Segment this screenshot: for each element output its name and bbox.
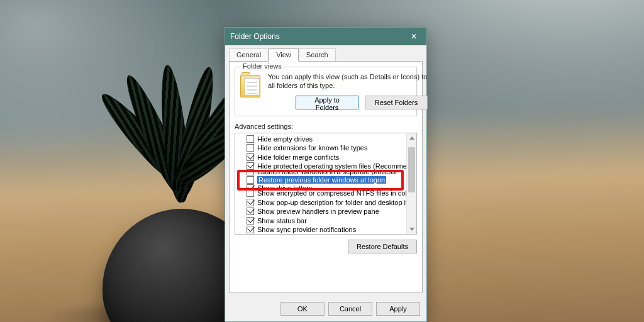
advanced-item-label: Restore previous folder windows at logon <box>257 176 386 184</box>
folder-views-group: Folder views You can apply this view (su… <box>235 67 417 116</box>
dialog-footer: OK Cancel Apply <box>225 296 426 321</box>
close-icon[interactable]: ✕ <box>401 28 426 45</box>
advanced-item-label: Show encrypted or compressed NTFS files … <box>257 189 413 197</box>
checkbox[interactable] <box>247 189 254 197</box>
scrollbar[interactable] <box>406 133 416 234</box>
checkbox[interactable] <box>247 199 254 206</box>
advanced-item[interactable]: Launch folder windows in a separate proc… <box>247 171 414 175</box>
tabstrip: General View Search <box>225 45 426 61</box>
advanced-item-label: Show pop-up description for folder and d… <box>257 199 417 206</box>
apply-button[interactable]: Apply <box>376 302 420 316</box>
advanced-item[interactable]: Restore previous folder windows at logon <box>247 175 414 185</box>
cancel-button[interactable]: Cancel <box>328 302 372 316</box>
checkbox[interactable] <box>247 217 254 225</box>
advanced-item[interactable]: Hide extensions for known file types <box>247 143 414 153</box>
folder-views-legend: Folder views <box>240 62 284 70</box>
checkbox[interactable] <box>247 171 254 175</box>
scroll-thumb[interactable] <box>408 147 415 192</box>
advanced-item-label: Show sync provider notifications <box>257 226 356 233</box>
advanced-item[interactable]: Hide folder merge conflicts <box>247 153 414 162</box>
restore-defaults-button[interactable]: Restore Defaults <box>348 240 417 253</box>
advanced-item[interactable]: Show pop-up description for folder and d… <box>247 198 414 208</box>
tab-view[interactable]: View <box>269 48 299 62</box>
folder-options-dialog: Folder Options ✕ General View Search Fol… <box>225 27 427 322</box>
tab-general[interactable]: General <box>229 48 269 62</box>
checkbox[interactable] <box>247 153 254 161</box>
tab-search[interactable]: Search <box>299 48 336 62</box>
window-title: Folder Options <box>230 32 401 41</box>
advanced-item-label: Hide folder merge conflicts <box>257 153 339 161</box>
advanced-item-label: Show preview handlers in preview pane <box>257 208 379 215</box>
advanced-item[interactable]: Show drive letters <box>247 184 414 189</box>
ok-button[interactable]: OK <box>280 302 325 316</box>
advanced-item-label: Show drive letters <box>257 184 312 189</box>
advanced-settings-list[interactable]: Hide empty drivesHide extensions for kno… <box>235 133 417 235</box>
checkbox[interactable] <box>247 144 254 152</box>
checkbox[interactable] <box>247 162 254 170</box>
advanced-item[interactable]: Hide empty drives <box>247 135 414 144</box>
reset-folders-button[interactable]: Reset Folders <box>365 96 428 109</box>
advanced-item[interactable]: Show preview handlers in preview pane <box>247 207 414 216</box>
advanced-item-label: Show status bar <box>257 217 307 225</box>
folder-views-text: You can apply this view (such as Details… <box>268 72 428 109</box>
advanced-item-label: Hide protected operating system files (R… <box>257 162 417 170</box>
folder-icon <box>240 72 262 97</box>
advanced-item[interactable]: Show status bar <box>247 216 414 226</box>
checkbox[interactable] <box>247 184 254 189</box>
apply-to-folders-button[interactable]: Apply to Folders <box>296 96 358 109</box>
checkbox[interactable] <box>247 135 254 143</box>
advanced-item[interactable]: Show encrypted or compressed NTFS files … <box>247 189 414 198</box>
advanced-item[interactable]: Hide protected operating system files (R… <box>247 162 414 171</box>
advanced-item-label: Hide extensions for known file types <box>257 144 367 152</box>
advanced-item-label: Launch folder windows in a separate proc… <box>257 171 396 175</box>
advanced-item-label: Hide empty drives <box>257 135 313 143</box>
checkbox[interactable] <box>247 226 254 233</box>
checkbox[interactable] <box>247 208 254 215</box>
titlebar[interactable]: Folder Options ✕ <box>225 28 426 45</box>
checkbox[interactable] <box>247 176 254 184</box>
tab-panel-view: Folder views You can apply this view (su… <box>229 61 423 292</box>
advanced-item[interactable]: Show sync provider notifications <box>247 225 414 235</box>
advanced-settings-label: Advanced settings: <box>235 123 417 130</box>
